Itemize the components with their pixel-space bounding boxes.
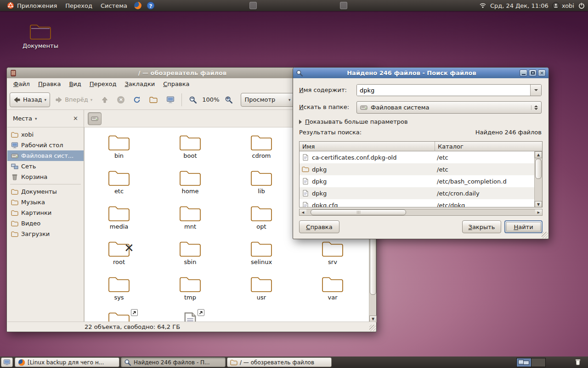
results-horizontal-scrollbar[interactable]: ◀ ▶ bbox=[299, 209, 543, 216]
folder-item[interactable]: bin bbox=[85, 132, 153, 159]
tray-icon-2[interactable] bbox=[340, 2, 347, 9]
trash-applet[interactable] bbox=[574, 358, 582, 367]
firefox-launcher[interactable] bbox=[131, 0, 144, 11]
back-button[interactable]: Назад ▾ bbox=[10, 92, 50, 107]
folder-item[interactable]: sbin bbox=[156, 238, 225, 265]
scroll-down-button[interactable]: ▼ bbox=[535, 201, 542, 207]
folder-item[interactable]: var bbox=[298, 274, 367, 301]
back-dropdown-arrow[interactable]: ▾ bbox=[45, 98, 47, 102]
sidebar-item-trash[interactable]: Корзина bbox=[7, 172, 84, 182]
resize-grip[interactable] bbox=[542, 232, 548, 238]
scroll-right-button[interactable]: ▶ bbox=[535, 209, 542, 215]
system-menu[interactable]: Система bbox=[96, 0, 131, 11]
menu-help[interactable]: Справка bbox=[159, 79, 193, 89]
wifi-icon[interactable] bbox=[479, 2, 486, 9]
more-options-expander[interactable]: Показывать больше параметров bbox=[299, 118, 408, 125]
sidebar-item-home[interactable]: xobi bbox=[7, 129, 84, 140]
sidebar-item-desktop[interactable]: Рабочий стол bbox=[7, 140, 84, 150]
menu-bookmarks[interactable]: Закладки bbox=[120, 79, 159, 89]
folder-item[interactable]: opt bbox=[227, 203, 296, 230]
result-row[interactable]: ca-certificates.conf.dpkg-old /etc bbox=[300, 151, 535, 163]
folder-item[interactable]: boot bbox=[156, 132, 225, 159]
zoom-in-button[interactable]: + bbox=[221, 92, 237, 107]
folder-item[interactable]: cdrom bbox=[227, 132, 296, 159]
folder-item-symlink[interactable] bbox=[85, 309, 153, 322]
menu-edit[interactable]: Правка bbox=[34, 79, 65, 89]
folder-item[interactable]: media bbox=[85, 203, 153, 230]
help-launcher[interactable] bbox=[144, 0, 157, 11]
column-header-name[interactable]: Имя bbox=[300, 142, 435, 151]
view-as-combo[interactable]: Просмотр ▾ bbox=[241, 93, 295, 107]
sidebar-item-filesystem[interactable]: Файловая сист... bbox=[7, 150, 84, 161]
result-row[interactable]: dpkg.cfg /etc/dpkg bbox=[300, 199, 535, 207]
sidebar-mode-combo[interactable]: Места ▾ bbox=[10, 113, 40, 124]
maximize-button[interactable] bbox=[529, 69, 537, 76]
desktop-icon-documents[interactable]: Документы bbox=[13, 23, 68, 49]
result-row[interactable]: dpkg /etc/bash_completion.d bbox=[300, 175, 535, 187]
sidebar-item-network[interactable]: Сеть bbox=[7, 161, 84, 172]
stop-button[interactable]: × bbox=[113, 92, 128, 107]
sidebar-item-pictures[interactable]: Картинки bbox=[7, 207, 84, 218]
home-button[interactable] bbox=[146, 92, 161, 107]
results-vertical-scrollbar[interactable]: ▲ ▼ bbox=[534, 151, 542, 207]
folder-icon bbox=[179, 240, 201, 258]
sidebar-close-icon[interactable]: ✕ bbox=[70, 114, 81, 123]
sidebar-item-videos[interactable]: Видео bbox=[7, 218, 84, 229]
forward-button[interactable]: Вперёд ▾ bbox=[51, 92, 96, 107]
taskbar-window-search[interactable]: Найдено 246 файлов - П... bbox=[121, 357, 226, 367]
folder-item[interactable]: mnt bbox=[156, 203, 225, 230]
resize-grip[interactable] bbox=[369, 325, 376, 331]
computer-button[interactable] bbox=[163, 92, 178, 107]
places-menu[interactable]: Переход bbox=[61, 0, 96, 11]
menu-file[interactable]: Файл bbox=[9, 79, 34, 89]
find-button[interactable]: Найти bbox=[504, 220, 543, 233]
menu-go[interactable]: Переход bbox=[85, 79, 121, 89]
sidebar-item-music[interactable]: Музыка bbox=[7, 197, 84, 207]
power-icon[interactable] bbox=[578, 2, 585, 9]
taskbar-window-file-browser[interactable]: / — обозреватель файлов bbox=[227, 357, 332, 367]
folder-item[interactable]: usr bbox=[227, 274, 296, 301]
workspace-1[interactable] bbox=[517, 358, 531, 367]
scroll-up-button[interactable]: ▲ bbox=[535, 151, 542, 158]
folder-icon bbox=[250, 134, 272, 151]
scrollbar-thumb[interactable] bbox=[311, 209, 406, 215]
taskbar-window-firefox[interactable]: [Linux backup для чего н... bbox=[15, 357, 119, 367]
sidebar-item-documents[interactable]: Документы bbox=[7, 186, 84, 197]
help-button[interactable]: Справка bbox=[299, 220, 339, 233]
applications-menu[interactable]: Приложения bbox=[3, 0, 61, 11]
clock[interactable]: Срд, 24 Дек, 11:06 bbox=[490, 2, 548, 9]
up-button[interactable] bbox=[97, 92, 112, 107]
folder-item[interactable]: lib bbox=[227, 167, 296, 195]
folder-item[interactable]: sys bbox=[85, 274, 153, 301]
result-row[interactable]: dpkg /etc/cron.daily bbox=[300, 187, 535, 199]
close-button[interactable]: × bbox=[538, 69, 546, 76]
user-menu[interactable]: xobi bbox=[552, 2, 574, 9]
folder-item[interactable]: tmp bbox=[156, 274, 225, 301]
sidebar-item-downloads[interactable]: Загрузки bbox=[7, 229, 84, 239]
combo-arrows-icon bbox=[531, 105, 538, 110]
combo-dropdown-button[interactable] bbox=[530, 85, 541, 96]
root-path-button[interactable] bbox=[88, 112, 102, 125]
workspace-2[interactable] bbox=[531, 358, 545, 367]
workspace-switcher[interactable] bbox=[516, 358, 546, 367]
folder-item[interactable]: home bbox=[156, 167, 225, 195]
close-button[interactable]: Закрыть bbox=[462, 220, 501, 233]
result-row[interactable]: dpkg /etc bbox=[300, 163, 535, 175]
search-dialog-titlebar[interactable]: Найдено 246 файлов - Поиск файлов × bbox=[293, 68, 548, 78]
column-header-folder[interactable]: Каталог bbox=[435, 142, 535, 151]
zoom-out-button[interactable]: − bbox=[185, 92, 201, 107]
folder-item-symlink[interactable] bbox=[156, 309, 225, 322]
show-desktop-button[interactable] bbox=[1, 357, 13, 367]
folder-item-root[interactable]: ✕ root bbox=[85, 238, 153, 265]
name-contains-input[interactable] bbox=[357, 85, 530, 96]
tray-icon-1[interactable] bbox=[249, 2, 257, 9]
scrollbar-thumb[interactable] bbox=[535, 159, 542, 179]
look-in-combo[interactable]: Файловая система bbox=[356, 101, 542, 114]
folder-item[interactable]: selinux bbox=[227, 238, 296, 265]
reload-button[interactable] bbox=[130, 92, 144, 107]
folder-item[interactable]: srv bbox=[298, 238, 367, 265]
minimize-button[interactable] bbox=[520, 69, 527, 76]
folder-item[interactable]: etc bbox=[85, 167, 153, 195]
menu-view[interactable]: Вид bbox=[65, 79, 85, 89]
scroll-left-button[interactable]: ◀ bbox=[300, 209, 306, 215]
